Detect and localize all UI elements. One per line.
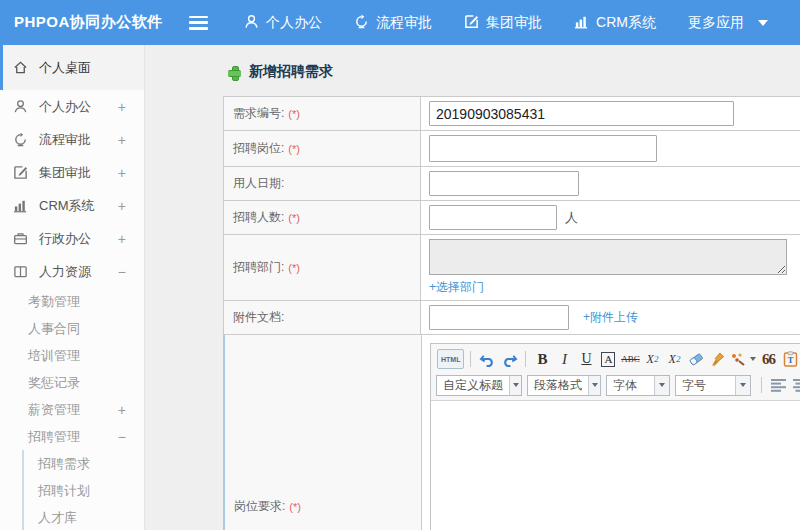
app-logo: PHPOA协同办公软件 bbox=[0, 13, 179, 32]
field-label: 用人日期: bbox=[233, 175, 284, 192]
field-label: 招聘岗位: bbox=[233, 140, 284, 157]
blockquote-button[interactable]: 66 bbox=[758, 349, 778, 369]
headcount-input[interactable] bbox=[429, 205, 557, 230]
underline-button[interactable]: U bbox=[576, 349, 596, 369]
caret-down-icon bbox=[654, 376, 669, 395]
book-icon bbox=[13, 264, 30, 279]
hr-submenu: 考勤管理 人事合同 培训管理 奖惩记录 薪资管理+ 招聘管理− 招聘需求 招聘计… bbox=[0, 288, 144, 530]
caret-down-icon bbox=[758, 20, 768, 26]
main-content: 新增招聘需求 需求编号:(*) 招聘岗位:(*) 用人日期: 招聘人数:(*) … bbox=[145, 45, 800, 530]
sidebar-item-salary[interactable]: 薪资管理+ bbox=[0, 396, 144, 423]
top-nav: 个人办公 流程审批 集团审批 CRM系统 更多应用 bbox=[244, 14, 800, 32]
sidebar-item-personal-office[interactable]: 个人办公 + bbox=[0, 90, 144, 123]
svg-text:T: T bbox=[787, 355, 793, 365]
recruitment-submenu: 招聘需求 招聘计划 人才库 bbox=[22, 450, 144, 530]
field-label: 附件文档: bbox=[233, 309, 284, 326]
demand-code-input[interactable] bbox=[429, 101, 734, 126]
collapse-toggle[interactable]: − bbox=[118, 264, 126, 280]
plus-icon bbox=[228, 66, 241, 79]
sidebar-item-recruit-demand[interactable]: 招聘需求 bbox=[24, 450, 144, 477]
briefcase-icon bbox=[13, 231, 30, 246]
editor-content-area[interactable] bbox=[431, 401, 800, 530]
sidebar-item-hr[interactable]: 人力资源 − bbox=[0, 255, 144, 288]
expand-toggle[interactable]: + bbox=[118, 231, 126, 247]
sidebar-item-training[interactable]: 培训管理 bbox=[0, 342, 144, 369]
html-source-button[interactable]: HTML bbox=[437, 349, 464, 369]
sidebar-item-rewards[interactable]: 奖惩记录 bbox=[0, 369, 144, 396]
top-header: PHPOA协同办公软件 个人办公 流程审批 集团审批 CRM系统 更多应用 bbox=[0, 0, 800, 45]
strikethrough-button[interactable]: ABC bbox=[620, 349, 640, 369]
italic-button[interactable]: I bbox=[554, 349, 574, 369]
hamburger-menu-icon[interactable] bbox=[189, 16, 208, 30]
bold-button[interactable]: B bbox=[532, 349, 552, 369]
process-icon bbox=[354, 14, 376, 32]
department-textarea[interactable] bbox=[429, 239, 787, 275]
sidebar-item-workflow-approval[interactable]: 流程审批 + bbox=[0, 123, 144, 156]
font-border-button[interactable]: A bbox=[601, 352, 615, 367]
nav-personal-office[interactable]: 个人办公 bbox=[244, 14, 322, 32]
autotypeset-icon[interactable] bbox=[730, 349, 756, 369]
expand-toggle[interactable]: + bbox=[118, 165, 126, 181]
form-row-department: 招聘部门:(*) +选择部门 bbox=[224, 235, 800, 301]
sidebar-item-attendance[interactable]: 考勤管理 bbox=[0, 288, 144, 315]
edit-icon bbox=[464, 14, 486, 32]
field-label: 岗位要求: bbox=[234, 498, 285, 515]
paragraph-format-dropdown[interactable]: 段落格式 bbox=[527, 375, 601, 396]
font-family-dropdown[interactable]: 字体 bbox=[606, 375, 670, 396]
required-mark: (*) bbox=[288, 262, 300, 274]
rich-text-editor: HTML B I U A ABC X2 bbox=[430, 343, 800, 530]
form-row-headcount: 招聘人数:(*) 人 bbox=[224, 201, 800, 235]
user-icon bbox=[13, 99, 30, 114]
sidebar-item-group-approval[interactable]: 集团审批 + bbox=[0, 156, 144, 189]
required-mark: (*) bbox=[288, 108, 300, 120]
font-size-dropdown[interactable]: 字号 bbox=[675, 375, 751, 396]
form-row-post-requirement: 岗位要求:(*) HTML B I U bbox=[223, 335, 800, 530]
recruit-post-input[interactable] bbox=[429, 135, 657, 162]
superscript-button[interactable]: X2 bbox=[642, 349, 662, 369]
required-mark: (*) bbox=[288, 143, 300, 155]
eraser-icon[interactable] bbox=[686, 349, 706, 369]
sidebar-item-recruitment[interactable]: 招聘管理− bbox=[0, 423, 144, 450]
align-left-icon[interactable] bbox=[768, 375, 788, 395]
hire-date-input[interactable] bbox=[429, 171, 579, 196]
caret-down-icon bbox=[509, 376, 521, 395]
form-row-hire-date: 用人日期: bbox=[224, 167, 800, 201]
paste-icon[interactable]: T bbox=[780, 349, 800, 369]
nav-group-approval[interactable]: 集团审批 bbox=[464, 14, 542, 32]
attachment-upload-link[interactable]: +附件上传 bbox=[583, 309, 638, 326]
format-brush-icon[interactable] bbox=[708, 349, 728, 369]
sidebar-item-crm[interactable]: CRM系统 + bbox=[0, 189, 144, 222]
redo-icon[interactable] bbox=[499, 349, 519, 369]
nav-workflow-approval[interactable]: 流程审批 bbox=[354, 14, 432, 32]
collapse-toggle[interactable]: − bbox=[118, 429, 126, 445]
required-mark: (*) bbox=[288, 212, 300, 224]
sidebar-item-admin-office[interactable]: 行政办公 + bbox=[0, 222, 144, 255]
sidebar-item-talent-pool[interactable]: 人才库 bbox=[24, 504, 144, 530]
expand-toggle[interactable]: + bbox=[118, 132, 126, 148]
form-row-demand-code: 需求编号:(*) bbox=[224, 97, 800, 131]
unit-suffix: 人 bbox=[565, 209, 578, 227]
page-title: 新增招聘需求 bbox=[228, 63, 800, 81]
undo-icon[interactable] bbox=[477, 349, 497, 369]
expand-toggle[interactable]: + bbox=[118, 402, 126, 418]
nav-more-apps[interactable]: 更多应用 bbox=[688, 14, 768, 32]
attachment-input[interactable] bbox=[429, 305, 569, 330]
nav-crm-system[interactable]: CRM系统 bbox=[574, 14, 656, 32]
caret-down-icon bbox=[588, 376, 600, 395]
caret-down-icon bbox=[750, 357, 756, 361]
caret-down-icon bbox=[735, 376, 750, 395]
custom-title-dropdown[interactable]: 自定义标题 bbox=[436, 375, 522, 396]
subscript-button[interactable]: X2 bbox=[664, 349, 684, 369]
align-center-icon[interactable] bbox=[790, 375, 800, 395]
sidebar-item-hr-contract[interactable]: 人事合同 bbox=[0, 315, 144, 342]
expand-toggle[interactable]: + bbox=[118, 99, 126, 115]
bar-chart-icon bbox=[13, 198, 30, 213]
select-department-link[interactable]: +选择部门 bbox=[429, 279, 484, 296]
sidebar-item-recruit-plan[interactable]: 招聘计划 bbox=[24, 477, 144, 504]
field-label: 招聘部门: bbox=[233, 259, 284, 276]
expand-toggle[interactable]: + bbox=[118, 198, 126, 214]
edit-icon bbox=[13, 165, 30, 180]
user-icon bbox=[244, 14, 266, 32]
sidebar-item-personal-desktop[interactable]: 个人桌面 bbox=[0, 45, 144, 90]
field-label: 需求编号: bbox=[233, 105, 284, 122]
